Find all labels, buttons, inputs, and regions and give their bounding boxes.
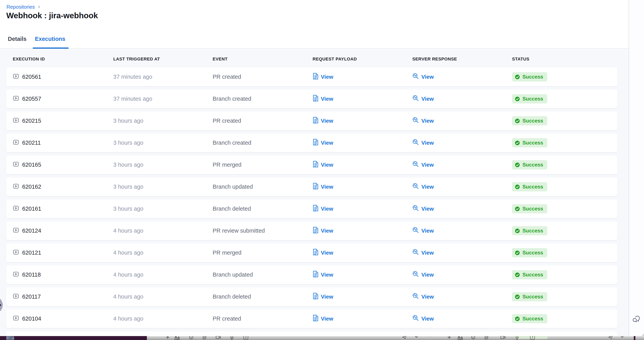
server-response-view-link[interactable]: View bbox=[412, 293, 434, 301]
status-badge: Success bbox=[512, 116, 547, 126]
status-badge: Success bbox=[512, 204, 547, 214]
server-response-view-link[interactable]: View bbox=[412, 271, 434, 279]
last-triggered-at: 3 hours ago bbox=[113, 184, 213, 190]
document-icon bbox=[312, 248, 318, 257]
last-triggered-at: 4 hours ago bbox=[113, 316, 213, 322]
event-type: PR created bbox=[213, 316, 312, 322]
view-link-label: View bbox=[321, 140, 333, 146]
execution-row: 620104 4 hours ago PR created View bbox=[6, 310, 618, 328]
execution-row: 620121 4 hours ago PR merged View bbox=[6, 244, 618, 262]
server-response-view-link[interactable]: View bbox=[412, 161, 434, 169]
last-triggered-at: 4 hours ago bbox=[113, 272, 213, 278]
slack-window-edge bbox=[0, 336, 147, 340]
last-triggered-at: 3 hours ago bbox=[113, 140, 213, 146]
status-badge: Success bbox=[512, 292, 547, 301]
server-response-view-link[interactable]: View bbox=[412, 95, 434, 103]
executions-table: EXECUTION ID LAST TRIGGERED AT EVENT REQ… bbox=[0, 49, 629, 336]
chat-bubbles-icon[interactable] bbox=[632, 314, 641, 323]
server-response-view-link[interactable]: View bbox=[412, 73, 434, 81]
execution-row: 620117 4 hours ago Branch deleted View bbox=[6, 288, 618, 306]
view-link-label: View bbox=[321, 272, 333, 278]
server-response-view-link[interactable]: View bbox=[412, 249, 434, 257]
pulse-search-icon bbox=[412, 227, 419, 235]
pulse-search-icon bbox=[412, 293, 419, 301]
execution-id: 620161 bbox=[22, 206, 41, 212]
last-triggered-at: 4 hours ago bbox=[113, 228, 213, 234]
event-type: Branch deleted bbox=[213, 206, 312, 212]
pulse-search-icon bbox=[412, 95, 419, 103]
execution-icon bbox=[13, 161, 19, 169]
status-badge: Success bbox=[512, 226, 547, 235]
view-link-label: View bbox=[421, 294, 434, 300]
active-tab-underline bbox=[33, 48, 68, 49]
document-icon bbox=[312, 292, 318, 301]
server-response-view-link[interactable]: View bbox=[412, 227, 434, 235]
status-badge: Success bbox=[512, 138, 547, 148]
request-payload-view-link[interactable]: View bbox=[312, 270, 333, 279]
pulse-search-icon bbox=[412, 205, 419, 213]
avatar bbox=[6, 336, 14, 340]
request-payload-view-link[interactable]: View bbox=[312, 160, 333, 169]
execution-id: 620211 bbox=[22, 140, 41, 146]
status-label: Success bbox=[522, 272, 543, 278]
request-payload-view-link[interactable]: View bbox=[312, 116, 333, 125]
event-type: Branch created bbox=[213, 140, 312, 146]
arrow-right-icon bbox=[0, 303, 1, 307]
execution-row: 620118 4 hours ago Branch updated View bbox=[6, 266, 618, 284]
tab-executions[interactable]: Executions bbox=[35, 36, 66, 42]
request-payload-view-link[interactable]: View bbox=[312, 314, 333, 323]
request-payload-view-link[interactable]: View bbox=[312, 292, 333, 301]
event-type: Branch updated bbox=[213, 184, 312, 190]
slack-window-edge bbox=[634, 336, 635, 340]
check-circle-icon bbox=[514, 206, 520, 212]
document-icon bbox=[312, 160, 318, 169]
execution-id: 620124 bbox=[22, 228, 41, 234]
last-triggered-at: 37 minutes ago bbox=[113, 96, 213, 102]
pulse-search-icon bbox=[412, 249, 419, 257]
column-header-status: STATUS bbox=[512, 56, 629, 62]
request-payload-view-link[interactable]: View bbox=[312, 73, 333, 81]
document-icon bbox=[312, 73, 318, 81]
execution-id: 620165 bbox=[22, 162, 41, 168]
column-header-last-triggered: LAST TRIGGERED AT bbox=[113, 56, 213, 62]
document-icon bbox=[312, 204, 318, 213]
execution-id: 620117 bbox=[22, 294, 41, 300]
document-icon bbox=[312, 116, 318, 125]
toolbar-divider bbox=[430, 336, 430, 340]
check-circle-icon bbox=[514, 162, 520, 168]
server-response-view-link[interactable]: View bbox=[412, 315, 434, 323]
event-type: PR created bbox=[213, 118, 312, 124]
status-label: Success bbox=[522, 228, 543, 234]
server-response-view-link[interactable]: View bbox=[412, 183, 434, 191]
tab-bar: Details Executions bbox=[0, 32, 629, 49]
background-windows-strip: Aa @ / Aa @ / bbox=[0, 336, 644, 340]
chevron-right-icon: › bbox=[38, 3, 40, 10]
view-link-label: View bbox=[321, 184, 333, 190]
server-response-view-link[interactable]: View bbox=[412, 117, 434, 125]
check-circle-icon bbox=[514, 74, 520, 80]
view-link-label: View bbox=[421, 118, 434, 124]
request-payload-view-link[interactable]: View bbox=[312, 248, 333, 257]
check-circle-icon bbox=[514, 316, 520, 322]
check-circle-icon bbox=[514, 250, 520, 256]
last-triggered-at: 37 minutes ago bbox=[113, 74, 213, 80]
request-payload-view-link[interactable]: View bbox=[312, 226, 333, 235]
request-payload-view-link[interactable]: View bbox=[312, 138, 333, 147]
view-link-label: View bbox=[321, 316, 333, 322]
request-payload-view-link[interactable]: View bbox=[312, 204, 333, 213]
execution-row: 620161 3 hours ago Branch deleted View bbox=[6, 200, 618, 218]
request-payload-view-link[interactable]: View bbox=[312, 94, 333, 103]
event-type: PR created bbox=[213, 74, 312, 80]
table-body: 620561 37 minutes ago PR created View bbox=[6, 68, 618, 336]
execution-icon bbox=[13, 95, 19, 103]
tab-details[interactable]: Details bbox=[8, 36, 26, 42]
server-response-view-link[interactable]: View bbox=[412, 205, 434, 213]
view-link-label: View bbox=[421, 272, 434, 278]
server-response-view-link[interactable]: View bbox=[412, 139, 434, 147]
view-link-label: View bbox=[421, 140, 434, 146]
request-payload-view-link[interactable]: View bbox=[312, 182, 333, 191]
status-label: Success bbox=[522, 184, 543, 190]
breadcrumb-repositories-link[interactable]: Repositories bbox=[6, 4, 35, 10]
last-triggered-at: 4 hours ago bbox=[113, 294, 213, 300]
event-type: Branch created bbox=[213, 96, 312, 102]
